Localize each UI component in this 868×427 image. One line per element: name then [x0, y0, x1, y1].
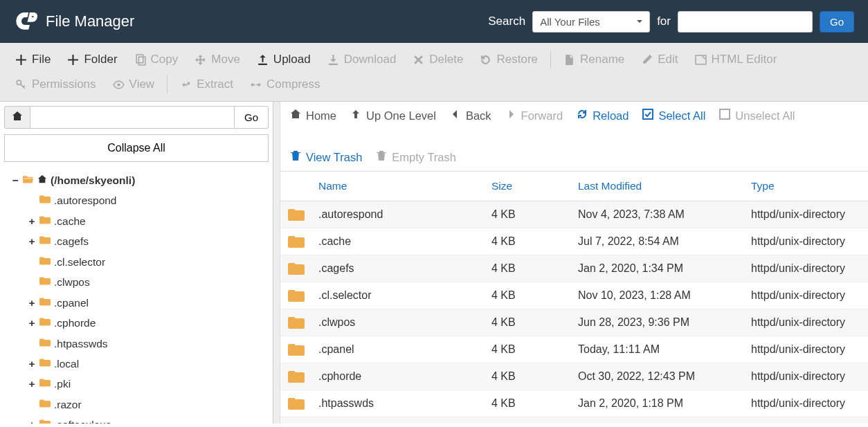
col-header-type[interactable]: Type [744, 172, 868, 201]
download-button[interactable]: Download [319, 47, 405, 72]
tree-item[interactable]: .autorespond [28, 190, 266, 210]
rename-button[interactable]: Rename [555, 47, 633, 72]
download-icon [327, 54, 339, 66]
folder-icon [39, 190, 51, 210]
tree-item[interactable]: +.cagefs [28, 231, 266, 251]
tree-item[interactable]: +.cpanel [28, 293, 266, 313]
cell-modified: Jun 28, 2023, 9:36 PM [571, 310, 744, 335]
search-go-button[interactable]: Go [820, 11, 854, 33]
empty-trash-button[interactable]: Empty Trash [376, 150, 456, 164]
view-trash-button[interactable]: View Trash [290, 150, 362, 164]
cell-size: 4 KB [485, 283, 571, 308]
app-logo[interactable]: File Manager [14, 9, 134, 35]
extract-button[interactable]: Extract [172, 72, 242, 97]
tree-root[interactable]: − (/home/skyeonli) [11, 170, 266, 190]
upload-button[interactable]: Upload [248, 47, 319, 72]
restore-button[interactable]: Restore [471, 47, 546, 72]
move-icon [195, 54, 206, 66]
tree-item[interactable]: .cl.selector [28, 252, 266, 272]
tree-item[interactable]: +.cache [28, 211, 266, 231]
tree-item-label: .pki [54, 374, 71, 394]
permissions-button[interactable]: Permissions [7, 72, 105, 97]
left-pane: Go Collapse All − (/home/skyeonli) .auto… [0, 102, 273, 424]
new-folder-button[interactable]: Folder [59, 47, 125, 72]
folder-icon [280, 363, 311, 390]
folder-icon [280, 282, 311, 309]
cpanel-logo-icon [14, 9, 37, 35]
checkbox-checked-icon [642, 109, 653, 122]
col-header-name[interactable]: Name [311, 172, 485, 201]
unselect-all-button[interactable]: Unselect All [719, 109, 795, 122]
tree-item[interactable]: +.local [28, 354, 266, 374]
table-row[interactable]: .cache4 KBJul 7, 2022, 8:54 AMhttpd/unix… [280, 228, 868, 255]
tree-item-label: .autorespond [54, 190, 117, 210]
trash-icon [290, 150, 301, 164]
cell-size: 4 KB [485, 391, 571, 416]
expand-icon[interactable]: + [28, 231, 36, 251]
folder-icon [280, 336, 311, 363]
table-row[interactable]: .cl.selector4 KBNov 10, 2023, 1:28 AMhtt… [280, 282, 868, 309]
folder-icon [39, 374, 51, 394]
nav-forward-button[interactable]: Forward [505, 109, 563, 122]
cell-name: .autorespond [311, 202, 485, 227]
collapse-all-button[interactable]: Collapse All [4, 134, 269, 162]
new-file-button[interactable]: File [7, 47, 59, 72]
svg-rect-5 [643, 109, 653, 119]
expand-icon[interactable]: + [28, 415, 36, 424]
nav-home-button[interactable]: Home [290, 109, 336, 122]
path-home-button[interactable] [4, 106, 30, 129]
nav-up-button[interactable]: Up One Level [350, 109, 436, 122]
collapse-icon[interactable]: − [11, 170, 19, 190]
tree-item[interactable]: .htpasswds [28, 334, 266, 354]
compress-button[interactable]: Compress [242, 72, 328, 97]
expand-icon[interactable]: + [28, 211, 36, 231]
col-header-modified[interactable]: Last Modified [571, 172, 744, 201]
table-row[interactable]: .cagefs4 KBJan 2, 2020, 1:34 PMhttpd/uni… [280, 255, 868, 282]
tree-item-label: .razor [54, 394, 82, 415]
expand-icon[interactable]: + [28, 293, 36, 313]
nav-reload-button[interactable]: Reload [577, 109, 629, 122]
tree-item[interactable]: +.pki [28, 374, 266, 394]
expand-icon[interactable]: + [28, 313, 36, 333]
table-row[interactable]: .cpanel4 KBToday, 11:11 AMhttpd/unix-dir… [280, 336, 868, 363]
select-all-button[interactable]: Select All [642, 109, 705, 122]
search-scope-select[interactable]: All Your Files [532, 11, 650, 33]
tree-item-label: .cpanel [54, 293, 89, 313]
html-editor-icon [695, 54, 707, 66]
path-go-button[interactable]: Go [234, 106, 269, 129]
back-arrow-icon [450, 109, 461, 122]
tree-item[interactable]: .razor [28, 394, 266, 415]
table-row[interactable]: .clwpos4 KBJun 28, 2023, 9:36 PMhttpd/un… [280, 309, 868, 336]
app-title: File Manager [46, 12, 134, 30]
copy-button[interactable]: Copy [126, 47, 187, 72]
restore-icon [480, 54, 491, 66]
svg-rect-2 [696, 55, 706, 64]
html-editor-button[interactable]: HTML Editor [687, 47, 786, 72]
tree-item[interactable]: .clwpos [28, 272, 266, 292]
tree-item-label: .clwpos [54, 272, 90, 292]
table-row[interactable]: .autorespond4 KBNov 4, 2023, 7:38 AMhttp… [280, 201, 868, 228]
move-button[interactable]: Move [186, 47, 248, 72]
table-row[interactable]: .local4 KBJul 7, 2022, 8:54 AMhttpd/unix… [280, 417, 868, 424]
table-header: Name Size Last Modified Type [280, 172, 868, 201]
table-row[interactable]: .htpasswds4 KBJan 2, 2020, 1:18 PMhttpd/… [280, 390, 868, 417]
delete-button[interactable]: Delete [404, 47, 471, 72]
view-button[interactable]: View [105, 72, 163, 97]
path-input[interactable] [30, 106, 234, 129]
expand-icon[interactable]: + [28, 354, 36, 374]
tree-item[interactable]: +.softaculous [28, 415, 266, 424]
edit-button[interactable]: Edit [633, 47, 686, 72]
cell-type: httpd/unix-directory [744, 364, 868, 389]
nav-back-button[interactable]: Back [450, 109, 491, 122]
tree-item-label: .softaculous [54, 415, 111, 424]
col-header-size[interactable]: Size [485, 172, 571, 201]
svg-rect-1 [138, 57, 145, 65]
folder-icon [280, 255, 311, 282]
expand-icon[interactable]: + [28, 374, 36, 394]
svg-rect-0 [136, 55, 143, 63]
tree-item[interactable]: +.cphorde [28, 313, 266, 333]
cell-modified: Jul 7, 2022, 8:54 AM [571, 229, 744, 254]
search-input[interactable] [678, 11, 813, 33]
pane-resize-handle[interactable] [273, 102, 280, 424]
table-row[interactable]: .cphorde4 KBOct 30, 2022, 12:43 PMhttpd/… [280, 363, 868, 390]
